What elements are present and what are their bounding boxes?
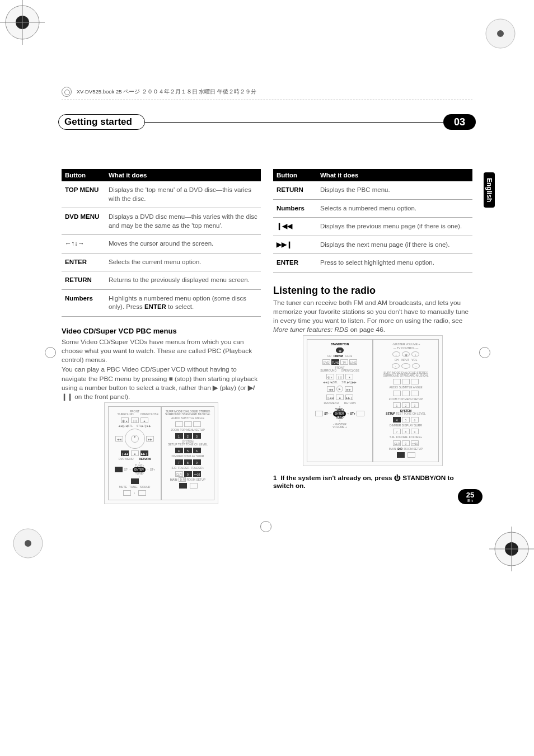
th-what: What it does — [317, 169, 472, 181]
button-desc: Displays the 'top menu' of a DVD disc—th… — [105, 181, 261, 208]
paragraph: The tuner can receive both FM and AM bro… — [273, 298, 472, 335]
button-desc: Displays the next menu page (if there is… — [317, 236, 472, 254]
button-name: ❙◀◀ — [273, 218, 317, 236]
button-desc: Displays a DVD disc menu—this varies wit… — [105, 208, 261, 235]
paragraph: Some Video CD/Super VCDs have menus from… — [62, 337, 261, 365]
button-name: ▶▶❙ — [273, 236, 317, 254]
remote-illustration-right: STANDBY/ON ⏻ CD FM/AM CLR2 DVDTUNERTVLIN… — [303, 335, 443, 466]
th-button: Button — [62, 169, 105, 181]
button-name: DVD MENU — [62, 208, 105, 235]
subheading-vcd-pbc: Video CD/Super VCD PBC menus — [62, 327, 261, 335]
button-desc: Selects the current menu option. — [105, 253, 261, 271]
button-name: TOP MENU — [62, 181, 105, 208]
header-note-text: XV-DV525.book 25 ページ ２００４年２月１８日 水曜日 午後２時… — [77, 88, 256, 95]
remote-illustration-left: FRONTSURROUND OPEN/CLOSE ⏻ ⏏ ❙❙ ▲ ◀◀❙/◀S… — [104, 402, 218, 504]
page-lang: En — [458, 498, 483, 503]
th-what: What it does — [105, 169, 261, 181]
button-desc: Returns to the previously displayed menu… — [105, 271, 261, 290]
button-desc: Highlights a numbered menu option (some … — [105, 289, 261, 316]
section-title: Getting started — [58, 114, 145, 130]
button-desc: Displays the previous menu page (if ther… — [317, 218, 472, 236]
header-note: XV-DV525.book 25 ページ ２００４年２月１８日 水曜日 午後２時… — [62, 87, 472, 98]
th-button: Button — [273, 169, 317, 181]
section-number-badge: 03 — [443, 114, 476, 130]
crop-mark — [484, 17, 517, 50]
button-desc: Moves the cursor around the screen. — [105, 235, 261, 253]
button-name: Numbers — [273, 199, 317, 218]
page-number-badge: 25 En — [458, 489, 483, 504]
button-name: RETURN — [62, 271, 105, 290]
power-icon: ⏻ — [394, 474, 401, 482]
button-name: ENTER — [273, 254, 317, 273]
button-desc: Displays the PBC menu. — [317, 181, 472, 199]
paragraph: You can play a PBC Video CD/Super VCD wi… — [62, 365, 261, 401]
button-table-dvd: ButtonWhat it does TOP MENUDisplays the … — [62, 169, 261, 317]
step-1: 1 If the system isn't already on, press … — [273, 474, 472, 490]
button-name: ENTER — [62, 253, 105, 271]
play-icon: ▶ — [213, 384, 218, 392]
button-table-vcd: ButtonWhat it does RETURNDisplays the PB… — [273, 169, 472, 273]
dashed-rule — [62, 100, 472, 100]
button-name: RETURN — [273, 181, 317, 199]
button-name: Numbers — [62, 289, 105, 316]
registration-icon — [62, 87, 72, 97]
svg-point-5 — [497, 30, 504, 37]
button-name: ←↑↓→ — [62, 235, 105, 253]
section-title-bar: Getting started 03 — [62, 114, 472, 130]
heading-listening-radio: Listening to the radio — [273, 285, 472, 297]
button-desc: Selects a numbered menu option. — [317, 199, 472, 218]
stop-icon: ■ — [168, 375, 172, 383]
crop-mark — [0, 0, 45, 45]
button-desc: Press to select highlighted menu option. — [317, 254, 472, 273]
